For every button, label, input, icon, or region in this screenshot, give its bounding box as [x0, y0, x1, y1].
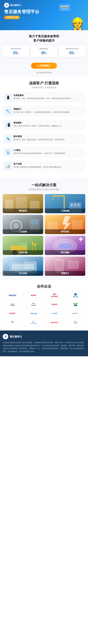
hero-worker: 👷 [70, 18, 85, 30]
svg-rect-7 [53, 196, 53, 201]
solution-label-7: 消费电子 [45, 271, 85, 276]
hero-badge: 12年匠心打造 [4, 16, 20, 19]
partner-bsh: B/S/H/ [24, 292, 43, 299]
stats-headline: 致力于售后服务效率和客户体验的提升 [3, 34, 85, 43]
feature-text-4: IoT整合 连接产品IoT以监控运行状态和故障信息，主动发工单，开展预测性服务 [14, 149, 65, 155]
svg-rect-33 [58, 243, 72, 249]
stat-value-1: 30% [32, 50, 56, 55]
svg-rect-6 [53, 196, 65, 196]
footer-logo-icon: 云 [3, 334, 8, 339]
solution-card-2: 工业设备 [3, 215, 43, 234]
hero-logo: 云 瑞云服务云 [4, 3, 84, 8]
feature-item-5: 📊 客户运营 针对客户画像开展主动增值和增值服务，提升客户体验和服务价值 [3, 161, 85, 172]
cta-button-wrapper[interactable]: 立即体验 [3, 63, 85, 70]
solution-label-6: 办公设备 [3, 271, 43, 276]
solution-label-5: 医疗器械 [45, 250, 85, 255]
svg-point-14 [13, 223, 19, 228]
footer-logo-row: 云 瑞云服务云 [3, 334, 85, 339]
solutions-section: 一站式解决方案 更大限度满足各行业客户的业务需求 [0, 178, 88, 280]
feature-text-3: 配件管理 配件申请、发放、核销的在线化，提升配件发放及时性，优化配件库存 [14, 135, 65, 141]
svg-rect-35 [80, 237, 81, 241]
cta-section: 立即体验 售后服务管理系统 [0, 60, 88, 77]
partners-section: 合作企业 PHILIPS B/S/H/ 樱花 SAKURA 云 瑞云志远 mic… [0, 280, 88, 330]
cta-button[interactable]: 立即体验 [31, 63, 57, 69]
stat-label-2: 净推荐值(NPS)提升 [60, 48, 84, 50]
feature-icon-1: 🔧 [5, 108, 12, 115]
solution-card-5: 医疗器械 [45, 236, 85, 255]
solution-label-2: 工业设备 [3, 229, 43, 234]
logo-text: 瑞云服务云 [10, 4, 21, 7]
feature-icon-5: 📊 [5, 163, 12, 170]
feature-item-2: 📲 移动服务 服务人员基于APP进行工单处理，实现过程可视化，赋能服务人员 [3, 120, 85, 130]
features-title: 连接客户 打通流程 [3, 81, 85, 86]
solution-label-4: 农业机械 [3, 250, 43, 255]
partner-hiron: Hiron沃丰 [45, 310, 64, 317]
svg-rect-20 [72, 220, 83, 230]
svg-rect-19 [47, 222, 58, 230]
solutions-grid: 家电家居 [3, 194, 85, 276]
footer-description: 瑞云服务云是瑞云信息旗下面向售后服务、现场服务管理的SaaS应用，是基于10年、… [3, 341, 85, 353]
features-subtitle: 实现闭环管理，提升服务价值 [3, 86, 85, 89]
stat-card-2: 净推荐值(NPS)提升 20% [59, 46, 85, 57]
svg-rect-9 [70, 204, 73, 206]
feature-icon-4: 📡 [5, 149, 12, 156]
partner-yuandian: 远东电池 [66, 300, 85, 308]
svg-rect-41 [24, 269, 37, 270]
solution-card-6: 办公设备 [3, 256, 43, 276]
solution-card-1: 工程机械 [45, 194, 85, 213]
feature-icon-2: 📲 [5, 122, 12, 128]
feature-text-5: 客户运营 针对客户画像开展主动增值和增值服务，提升客户体验和服务价值 [14, 163, 61, 168]
feature-text-0: 全渠道服务 基于网站、微信、APP等多种渠道受理咨询、报装、报修等服务需求并及时… [14, 94, 71, 100]
svg-rect-11 [77, 204, 79, 206]
partner-tengen: 天元 TENGEN [24, 300, 43, 308]
svg-rect-10 [74, 204, 76, 206]
logo-icon: 云 [4, 3, 9, 8]
partner-fei: FEI 上飞 [3, 319, 22, 326]
feature-item-0: 📱 全渠道服务 基于网站、微信、APP等多种渠道受理咨询、报装、报修等服务需求并… [3, 92, 85, 103]
svg-rect-46 [69, 262, 78, 268]
solution-card-0: 家电家居 [3, 194, 43, 213]
partner-efort: EFORT [3, 310, 22, 317]
footer-section: 云 瑞云服务云 瑞云服务云是瑞云信息旗下面向售后服务、现场服务管理的SaaS应用… [0, 330, 88, 356]
feature-text-1: 智能派工 基于客户位置、要求时间、人员技能等进行数智派工，提高派工效率和准确性 [14, 108, 70, 114]
feature-item-3: 🔩 配件管理 配件申请、发放、核销的在线化，提升配件发放及时性，优化配件库存 [3, 133, 85, 144]
cta-sub-label: 售后服务管理系统 [3, 72, 85, 74]
partner-fanuc: FANUC [45, 300, 64, 308]
solution-card-7: 消费电子 [45, 256, 85, 276]
feature-item-1: 🔧 智能派工 基于客户位置、要求时间、人员技能等进行数智派工，提高派工效率和准确… [3, 106, 85, 116]
partner-yinlong: Yinlong [24, 310, 43, 317]
partner-fareast: FEG Far East Group [24, 319, 43, 326]
partner-makino: MAKINO [45, 319, 64, 326]
partner-ruiyun: 云 瑞云志远 [66, 292, 85, 299]
stats-grid: 服务及时性提升 25% 服务效率提升 30% 净推荐值(NPS)提升 20% [3, 46, 85, 57]
stats-section: 致力于售后服务效率和客户体验的提升 服务及时性提升 25% 服务效率提升 30%… [0, 30, 88, 60]
svg-rect-40 [24, 261, 37, 269]
svg-rect-16 [31, 220, 38, 224]
solution-card-4: 农业机械 [3, 236, 43, 255]
svg-rect-5 [64, 196, 65, 209]
hero-section: 云 瑞云服务云 售后服务管理平台 12年匠心打造 👷 [0, 0, 88, 30]
feature-icon-3: 🔩 [5, 135, 12, 142]
features-section: 连接客户 打通流程 实现闭环管理，提升服务价值 📱 全渠道服务 基于网站、微信、… [0, 77, 88, 178]
stat-value-0: 25% [4, 50, 28, 55]
partner-zogg: ZOGG 中山电机 [66, 319, 85, 326]
feature-item-4: 📡 IoT整合 连接产品IoT以监控运行状态和故障信息，主动发工单，开展预测性服… [3, 147, 85, 158]
hero-title: 售后服务管理平台 [4, 9, 84, 14]
solution-label-1: 工程机械 [45, 208, 85, 213]
feature-text-2: 移动服务 服务人员基于APP进行工单处理，实现过程可视化，赋能服务人员 [14, 122, 61, 127]
svg-point-27 [32, 242, 33, 245]
svg-rect-44 [56, 260, 63, 271]
solution-label-0: 家电家居 [3, 208, 43, 213]
stat-card-0: 服务及时性提升 25% [3, 46, 29, 57]
partner-sakura: 樱花 SAKURA [45, 292, 64, 299]
stat-card-1: 服务效率提升 30% [31, 46, 57, 57]
partner-philips: PHILIPS [3, 292, 22, 299]
hero-decorations [59, 4, 70, 11]
footer-logo-text: 瑞云服务云 [10, 335, 22, 338]
stat-value-2: 20% [60, 50, 84, 55]
solutions-subtitle: 更大限度满足各行业客户的业务需求 [3, 188, 85, 191]
partner-micoe: micoe 四季沐歌 [3, 300, 22, 308]
stat-label-0: 服务及时性提升 [4, 48, 28, 50]
partner-noble: NOBLELIFT [66, 310, 85, 317]
solution-label-3: 电气设备 [45, 229, 85, 234]
